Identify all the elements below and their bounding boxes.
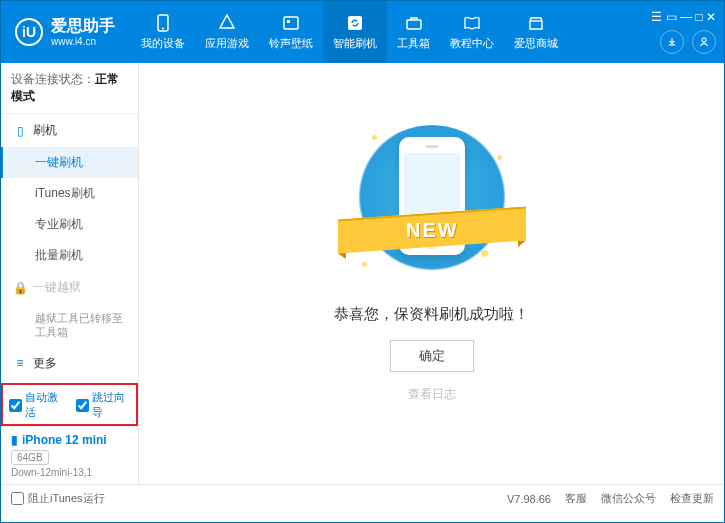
tab-store[interactable]: 爱思商城: [504, 1, 568, 63]
checkbox-skip-guide[interactable]: 跳过向导: [76, 390, 131, 420]
success-message: 恭喜您，保资料刷机成功啦！: [334, 305, 529, 324]
tab-apps[interactable]: 应用游戏: [195, 1, 259, 63]
device-model: Down-12mini-13,1: [11, 467, 128, 478]
account-button[interactable]: [692, 30, 716, 54]
phone-small-icon: ▯: [13, 124, 27, 138]
download-button[interactable]: [660, 30, 684, 54]
device-icon: ▮: [11, 433, 18, 447]
sidebar-item-itunes-flash[interactable]: iTunes刷机: [1, 178, 138, 209]
sidebar-item-batch-flash[interactable]: 批量刷机: [1, 240, 138, 271]
svg-point-6: [702, 38, 706, 42]
section-more[interactable]: ≡更多: [1, 347, 138, 380]
svg-rect-3: [287, 20, 290, 23]
brand-name: 爱思助手: [51, 16, 115, 35]
window-controls: ☰ ▭ — □ ✕: [651, 10, 716, 54]
success-illustration: NEW: [352, 125, 512, 285]
title-bar: iU 爱思助手 www.i4.cn 我的设备 应用游戏 铃声壁纸 智能刷机 工具…: [1, 1, 724, 63]
checkbox-block-itunes[interactable]: 阻止iTunes运行: [11, 491, 105, 506]
version-label: V7.98.66: [507, 493, 551, 505]
footer-wechat[interactable]: 微信公众号: [601, 491, 656, 506]
logo-icon: iU: [15, 18, 43, 46]
apps-icon: [218, 14, 236, 32]
flash-options: 自动激活 跳过向导: [1, 383, 138, 426]
footer-update[interactable]: 检查更新: [670, 491, 714, 506]
lock-window-icon[interactable]: ▭: [666, 10, 677, 24]
connection-status: 设备连接状态：正常模式: [1, 63, 138, 114]
logo: iU 爱思助手 www.i4.cn: [15, 16, 115, 47]
svg-rect-2: [284, 17, 298, 29]
main-content: NEW 恭喜您，保资料刷机成功啦！ 确定 查看日志: [139, 63, 724, 484]
tab-flash[interactable]: 智能刷机: [323, 1, 387, 63]
sidebar-item-pro-flash[interactable]: 专业刷机: [1, 209, 138, 240]
jailbreak-note: 越狱工具已转移至 工具箱: [1, 304, 138, 347]
device-panel[interactable]: ▮iPhone 12 mini 64GB Down-12mini-13,1: [1, 426, 138, 484]
phone-icon: [154, 14, 172, 32]
tab-ringtones[interactable]: 铃声壁纸: [259, 1, 323, 63]
svg-point-1: [162, 27, 164, 29]
book-icon: [463, 14, 481, 32]
maximize-icon[interactable]: □: [695, 10, 702, 24]
status-bar: 阻止iTunes运行 V7.98.66 客服 微信公众号 检查更新: [1, 484, 724, 512]
sidebar: 设备连接状态：正常模式 ▯刷机 一键刷机 iTunes刷机 专业刷机 批量刷机 …: [1, 63, 139, 484]
close-icon[interactable]: ✕: [706, 10, 716, 24]
footer-support[interactable]: 客服: [565, 491, 587, 506]
device-storage: 64GB: [11, 450, 49, 465]
menu-icon[interactable]: ☰: [651, 10, 662, 24]
checkbox-auto-activate[interactable]: 自动激活: [9, 390, 64, 420]
toolbox-icon: [405, 14, 423, 32]
tab-tutorials[interactable]: 教程中心: [440, 1, 504, 63]
tab-my-device[interactable]: 我的设备: [131, 1, 195, 63]
wallpaper-icon: [282, 14, 300, 32]
more-icon: ≡: [13, 356, 27, 370]
brand-site: www.i4.cn: [51, 36, 115, 48]
section-flash[interactable]: ▯刷机: [1, 114, 138, 147]
svg-rect-4: [348, 16, 362, 30]
view-log-link[interactable]: 查看日志: [408, 386, 456, 403]
minimize-icon[interactable]: —: [680, 10, 692, 24]
store-icon: [527, 14, 545, 32]
svg-rect-5: [407, 20, 421, 29]
refresh-icon: [346, 14, 364, 32]
ok-button[interactable]: 确定: [390, 340, 474, 372]
lock-icon: 🔒: [13, 281, 27, 295]
tab-toolbox[interactable]: 工具箱: [387, 1, 440, 63]
section-jailbreak: 🔒一键越狱: [1, 271, 138, 304]
sidebar-item-oneclick-flash[interactable]: 一键刷机: [1, 147, 138, 178]
top-nav: 我的设备 应用游戏 铃声壁纸 智能刷机 工具箱 教程中心 爱思商城: [131, 1, 651, 63]
